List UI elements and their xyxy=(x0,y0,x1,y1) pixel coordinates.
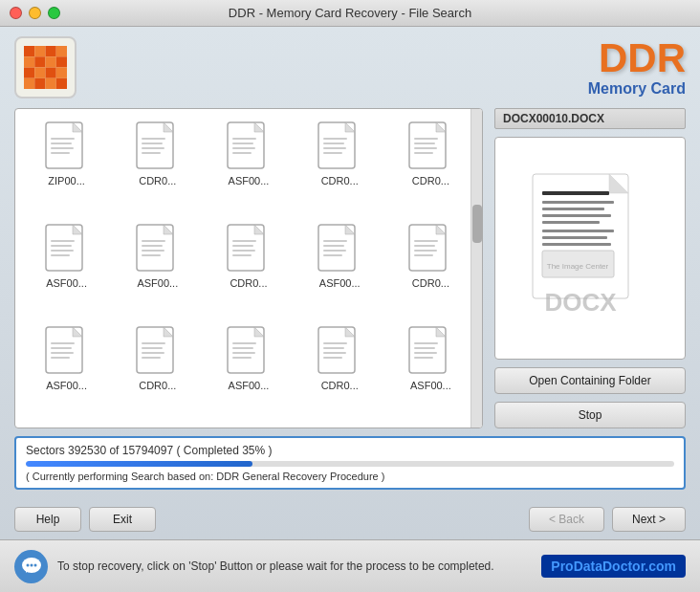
svg-rect-76 xyxy=(414,254,433,256)
svg-rect-105 xyxy=(414,352,437,354)
svg-rect-10 xyxy=(34,68,45,78)
exit-button[interactable]: Exit xyxy=(89,507,156,532)
footer-brand: ProDataDoctor.com xyxy=(541,555,686,578)
svg-point-122 xyxy=(26,564,29,567)
file-item[interactable]: CDR0... xyxy=(387,219,474,318)
file-icon xyxy=(134,223,182,275)
file-item[interactable]: CDR0... xyxy=(205,219,292,318)
close-button[interactable] xyxy=(10,7,22,19)
file-item[interactable]: ASF00... xyxy=(23,219,110,318)
svg-rect-80 xyxy=(51,347,72,349)
svg-rect-114 xyxy=(542,230,614,232)
svg-rect-26 xyxy=(142,143,163,144)
svg-rect-67 xyxy=(323,240,347,242)
footer-brand-text: ProDataDoctor.com xyxy=(551,559,676,574)
file-name: CDR0... xyxy=(412,175,449,186)
svg-rect-15 xyxy=(46,78,56,89)
footer-message: To stop recovery, click on 'Stop' Button… xyxy=(57,559,532,573)
file-item[interactable]: CDR0... xyxy=(296,321,383,420)
svg-rect-98 xyxy=(323,347,344,349)
brand-ddr: DDR xyxy=(588,38,686,78)
help-button[interactable]: Help xyxy=(14,507,81,532)
docx-preview-icon: The Image Center DOCX xyxy=(528,172,652,325)
svg-rect-58 xyxy=(142,254,161,256)
svg-rect-8 xyxy=(56,56,67,67)
svg-rect-81 xyxy=(51,352,74,354)
svg-rect-94 xyxy=(232,357,252,359)
svg-rect-20 xyxy=(51,143,72,144)
svg-text:DOCX: DOCX xyxy=(544,288,617,317)
file-item[interactable]: ZIP00... xyxy=(23,117,110,215)
file-item[interactable]: CDR0... xyxy=(114,117,201,215)
progress-area: Sectors 392530 of 15794097 ( Completed 3… xyxy=(0,428,700,503)
scrollbar-thumb[interactable] xyxy=(472,205,482,243)
minimize-button[interactable] xyxy=(29,7,41,19)
svg-rect-73 xyxy=(414,240,438,242)
svg-rect-57 xyxy=(142,250,164,252)
svg-rect-70 xyxy=(323,254,342,256)
open-containing-folder-button[interactable]: Open Containing Folder xyxy=(494,367,686,394)
svg-rect-51 xyxy=(51,250,74,252)
back-button[interactable]: < Back xyxy=(529,507,604,532)
svg-rect-110 xyxy=(542,201,614,204)
stop-button[interactable]: Stop xyxy=(494,402,686,428)
content-area: ZIP00... CDR0... xyxy=(0,108,700,428)
file-name: ASF00... xyxy=(46,277,87,289)
svg-rect-56 xyxy=(142,245,163,247)
svg-rect-38 xyxy=(323,143,344,144)
next-button[interactable]: Next > xyxy=(612,507,686,532)
svg-rect-86 xyxy=(142,347,163,349)
progress-bar xyxy=(26,461,252,467)
svg-rect-28 xyxy=(142,152,161,154)
svg-rect-113 xyxy=(542,221,600,224)
file-item[interactable]: ASF00... xyxy=(205,117,292,215)
footer-icon xyxy=(14,550,48,583)
svg-rect-33 xyxy=(232,147,255,149)
progress-bar-container xyxy=(26,461,674,467)
preview-filename: DOCX00010.DOCX xyxy=(494,108,686,129)
svg-rect-39 xyxy=(323,147,346,149)
svg-point-124 xyxy=(33,564,36,567)
svg-rect-55 xyxy=(142,240,165,242)
svg-rect-52 xyxy=(51,254,70,256)
svg-rect-115 xyxy=(542,236,607,239)
svg-point-123 xyxy=(30,564,33,567)
svg-rect-4 xyxy=(56,46,67,56)
titlebar: DDR - Memory Card Recovery - File Search xyxy=(0,0,700,27)
file-name: ASF00... xyxy=(410,380,451,391)
main-content: DDR Memory Card ZIP00... xyxy=(0,27,700,592)
file-grid-container[interactable]: ZIP00... CDR0... xyxy=(14,108,483,428)
file-icon xyxy=(406,223,454,275)
file-item[interactable]: CDR0... xyxy=(387,117,474,215)
svg-rect-12 xyxy=(56,68,67,78)
svg-rect-49 xyxy=(51,240,75,242)
file-item[interactable]: ASF00... xyxy=(387,321,474,420)
file-item[interactable]: ASF00... xyxy=(114,219,201,318)
svg-rect-88 xyxy=(142,357,161,359)
svg-rect-37 xyxy=(323,138,347,140)
file-item[interactable]: ASF00... xyxy=(205,321,292,420)
file-item[interactable]: ASF00... xyxy=(23,321,110,420)
file-icon xyxy=(316,121,363,173)
file-name: ASF00... xyxy=(229,380,270,391)
file-item[interactable]: CDR0... xyxy=(296,117,383,215)
svg-rect-91 xyxy=(232,342,256,344)
file-item[interactable]: ASF00... xyxy=(296,219,383,318)
svg-rect-87 xyxy=(142,352,164,354)
file-name: CDR0... xyxy=(230,277,267,289)
file-icon xyxy=(225,121,273,173)
scrollbar[interactable] xyxy=(470,109,482,428)
file-name: CDR0... xyxy=(321,380,359,391)
footer-bar: To stop recovery, click on 'Stop' Button… xyxy=(0,539,700,592)
window-title: DDR - Memory Card Recovery - File Search xyxy=(229,6,471,20)
file-item[interactable]: CDR0... xyxy=(114,321,201,420)
maximize-button[interactable] xyxy=(48,7,60,19)
svg-rect-97 xyxy=(323,342,347,344)
header: DDR Memory Card xyxy=(0,27,700,108)
svg-rect-99 xyxy=(323,352,346,354)
window-controls xyxy=(10,7,60,19)
svg-rect-46 xyxy=(414,152,433,154)
svg-rect-34 xyxy=(232,152,252,154)
progress-text: Sectors 392530 of 15794097 ( Completed 3… xyxy=(26,444,674,457)
svg-rect-68 xyxy=(323,245,344,247)
